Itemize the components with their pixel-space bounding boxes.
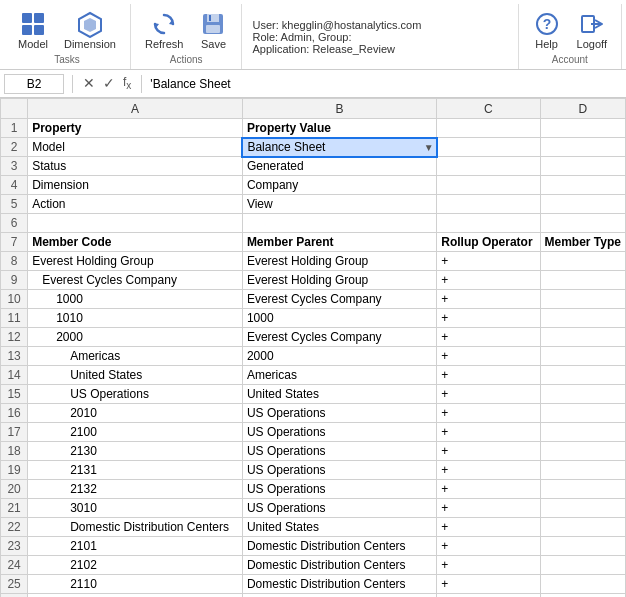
row-number-16[interactable]: 16	[1, 404, 28, 423]
row-number-6[interactable]: 6	[1, 214, 28, 233]
cell-12-d[interactable]	[540, 328, 626, 347]
cell-23-b[interactable]: Domestic Distribution Centers	[242, 537, 436, 556]
cell-21-a[interactable]: 3010	[28, 499, 243, 518]
cell-13-d[interactable]	[540, 347, 626, 366]
cell-20-d[interactable]	[540, 480, 626, 499]
cell-10-a[interactable]: 1000	[28, 290, 243, 309]
cell-16-a[interactable]: 2010	[28, 404, 243, 423]
cell-8-a[interactable]: Everest Holding Group	[28, 252, 243, 271]
cell-25-b[interactable]: Domestic Distribution Centers	[242, 575, 436, 594]
cell-6-b[interactable]	[242, 214, 436, 233]
row-number-19[interactable]: 19	[1, 461, 28, 480]
cell-3-a[interactable]: Status	[28, 157, 243, 176]
cell-6-d[interactable]	[540, 214, 626, 233]
row-number-9[interactable]: 9	[1, 271, 28, 290]
cell-10-c[interactable]: +	[437, 290, 540, 309]
cell-20-a[interactable]: 2132	[28, 480, 243, 499]
cell-7-b[interactable]: Member Parent	[242, 233, 436, 252]
insert-function-icon[interactable]: fx	[121, 75, 133, 91]
cell-25-c[interactable]: +	[437, 575, 540, 594]
cell-5-c[interactable]	[437, 195, 540, 214]
cell-2-a[interactable]: Model	[28, 138, 243, 157]
row-number-2[interactable]: 2	[1, 138, 28, 157]
cell-2-c[interactable]	[437, 138, 540, 157]
cell-13-c[interactable]: +	[437, 347, 540, 366]
cell-23-c[interactable]: +	[437, 537, 540, 556]
cell-16-d[interactable]	[540, 404, 626, 423]
row-number-12[interactable]: 12	[1, 328, 28, 347]
row-number-7[interactable]: 7	[1, 233, 28, 252]
cell-19-d[interactable]	[540, 461, 626, 480]
cell-9-b[interactable]: Everest Holding Group	[242, 271, 436, 290]
cell-11-d[interactable]	[540, 309, 626, 328]
cell-25-d[interactable]	[540, 575, 626, 594]
col-header-c[interactable]: C	[437, 99, 540, 119]
cell-14-d[interactable]	[540, 366, 626, 385]
cell-22-d[interactable]	[540, 518, 626, 537]
row-number-13[interactable]: 13	[1, 347, 28, 366]
cell-24-b[interactable]: Domestic Distribution Centers	[242, 556, 436, 575]
help-button[interactable]: ? Help	[527, 8, 567, 52]
cell-12-c[interactable]: +	[437, 328, 540, 347]
row-number-17[interactable]: 17	[1, 423, 28, 442]
cell-4-d[interactable]	[540, 176, 626, 195]
cell-15-d[interactable]	[540, 385, 626, 404]
cell-21-d[interactable]	[540, 499, 626, 518]
cell-15-b[interactable]: United States	[242, 385, 436, 404]
cell-11-b[interactable]: 1000	[242, 309, 436, 328]
cell-15-a[interactable]: US Operations	[28, 385, 243, 404]
cell-10-b[interactable]: Everest Cycles Company	[242, 290, 436, 309]
row-number-10[interactable]: 10	[1, 290, 28, 309]
cell-22-a[interactable]: Domestic Distribution Centers	[28, 518, 243, 537]
model-button[interactable]: Model	[12, 8, 54, 52]
cell-26-a[interactable]: 2111	[28, 594, 243, 598]
cell-20-b[interactable]: US Operations	[242, 480, 436, 499]
col-header-d[interactable]: D	[540, 99, 626, 119]
save-button[interactable]: Save	[193, 8, 233, 52]
spreadsheet[interactable]: A B C D 1PropertyProperty Value2ModelBal…	[0, 98, 626, 597]
cell-19-b[interactable]: US Operations	[242, 461, 436, 480]
row-number-18[interactable]: 18	[1, 442, 28, 461]
cell-1-c[interactable]	[437, 119, 540, 138]
dimension-button[interactable]: Dimension	[58, 8, 122, 52]
cell-2-d[interactable]	[540, 138, 626, 157]
cell-9-a[interactable]: Everest Cycles Company	[28, 271, 243, 290]
cell-21-b[interactable]: US Operations	[242, 499, 436, 518]
cell-12-a[interactable]: 2000	[28, 328, 243, 347]
cancel-formula-icon[interactable]: ✕	[81, 75, 97, 91]
cell-19-c[interactable]: +	[437, 461, 540, 480]
cell-8-c[interactable]: +	[437, 252, 540, 271]
row-number-21[interactable]: 21	[1, 499, 28, 518]
formula-input[interactable]	[146, 75, 622, 93]
cell-21-c[interactable]: +	[437, 499, 540, 518]
cell-4-b[interactable]: Company	[242, 176, 436, 195]
cell-20-c[interactable]: +	[437, 480, 540, 499]
cell-5-b[interactable]: View	[242, 195, 436, 214]
cell-9-c[interactable]: +	[437, 271, 540, 290]
row-number-4[interactable]: 4	[1, 176, 28, 195]
row-number-14[interactable]: 14	[1, 366, 28, 385]
col-header-b[interactable]: B	[242, 99, 436, 119]
row-number-11[interactable]: 11	[1, 309, 28, 328]
cell-5-a[interactable]: Action	[28, 195, 243, 214]
cell-23-d[interactable]	[540, 537, 626, 556]
cell-17-a[interactable]: 2100	[28, 423, 243, 442]
cell-8-b[interactable]: Everest Holding Group	[242, 252, 436, 271]
cell-22-c[interactable]: +	[437, 518, 540, 537]
cell-18-b[interactable]: US Operations	[242, 442, 436, 461]
cell-14-c[interactable]: +	[437, 366, 540, 385]
row-number-26[interactable]: 26	[1, 594, 28, 598]
cell-26-c[interactable]: +	[437, 594, 540, 598]
row-number-15[interactable]: 15	[1, 385, 28, 404]
cell-26-b[interactable]: Domestic Distribution Centers	[242, 594, 436, 598]
cell-13-a[interactable]: Americas	[28, 347, 243, 366]
cell-11-a[interactable]: 1010	[28, 309, 243, 328]
cell-7-d[interactable]: Member Type	[540, 233, 626, 252]
cell-18-c[interactable]: +	[437, 442, 540, 461]
cell-6-a[interactable]	[28, 214, 243, 233]
cell-4-c[interactable]	[437, 176, 540, 195]
cell-17-c[interactable]: +	[437, 423, 540, 442]
row-number-20[interactable]: 20	[1, 480, 28, 499]
cell-17-d[interactable]	[540, 423, 626, 442]
cell-22-b[interactable]: United States	[242, 518, 436, 537]
